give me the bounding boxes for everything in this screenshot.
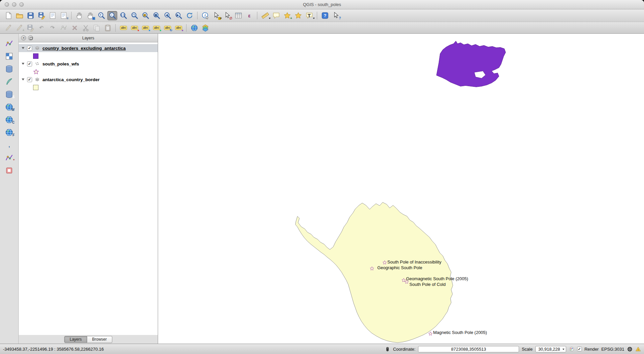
save-project-button[interactable]	[25, 11, 35, 20]
label-tool-button[interactable]	[118, 23, 128, 32]
pan-to-selection-button[interactable]: ▣	[85, 11, 95, 20]
layer-row[interactable]: ✓country_borders_excluding_antarctica	[19, 44, 158, 52]
minimize-window-button[interactable]	[12, 2, 16, 7]
add-spatialite-layer-button[interactable]	[4, 76, 15, 86]
refresh-map-button[interactable]	[184, 11, 195, 20]
save-project-icon	[27, 12, 34, 19]
add-wfs-layer-button[interactable]: F	[4, 127, 15, 137]
add-raster-layer-button[interactable]	[4, 51, 15, 61]
refresh-map-icon	[186, 12, 194, 19]
text-annotation-button[interactable]: T	[304, 11, 314, 20]
scale-input[interactable]	[535, 346, 566, 352]
disclosure-triangle-icon[interactable]	[22, 63, 24, 65]
new-project-button[interactable]	[3, 11, 13, 20]
add-wcs-layer-button[interactable]: C	[4, 115, 15, 125]
label-show-hide-button[interactable]: ●	[140, 23, 150, 32]
zoom-last-icon	[164, 12, 171, 19]
zoom-full-icon	[131, 12, 138, 19]
identify-features-button[interactable]	[200, 11, 210, 20]
scale-label: Scale	[522, 347, 533, 352]
new-shapefile-layer-button[interactable]: *	[4, 153, 15, 163]
layer-visibility-checkbox[interactable]: ✓	[27, 46, 32, 51]
close-window-button[interactable]	[5, 2, 9, 7]
label-properties-icon	[175, 24, 182, 32]
zoom-to-layer-button[interactable]: ▤	[151, 11, 161, 20]
add-vector-layer-button[interactable]	[4, 38, 15, 48]
crs-status-icon[interactable]	[627, 346, 633, 352]
disclosure-triangle-icon[interactable]	[22, 78, 24, 80]
new-bookmark-button[interactable]: +	[282, 11, 292, 20]
zoom-native-button[interactable]: 1:1	[118, 11, 128, 20]
panel-tab-browser[interactable]: Browser	[87, 336, 112, 343]
toolbar-separator	[186, 24, 186, 32]
new-print-composer-icon	[49, 12, 56, 19]
layer-visibility-checkbox[interactable]: ✓	[27, 77, 32, 82]
new-print-composer-button[interactable]	[47, 11, 57, 20]
extent-readout: -3493458.37,-2251496.19 : 3585676.58,226…	[3, 347, 104, 352]
show-bookmarks-button[interactable]	[293, 11, 303, 20]
zoom-out-button[interactable]: −	[107, 11, 117, 20]
layer-type-icon	[35, 61, 40, 66]
layer-row[interactable]: ✓south_poles_wfs	[19, 60, 158, 68]
map-canvas[interactable]: South Pole of InaccessibilityGeographic …	[158, 34, 644, 344]
add-oracle-layer-icon	[5, 166, 13, 175]
label-pin-button[interactable]: ●	[129, 23, 139, 32]
add-wms-layer-button[interactable]: W	[4, 102, 15, 112]
add-mssql-layer-button[interactable]: S	[4, 89, 15, 99]
save-layer-edits-icon	[27, 24, 34, 32]
pan-map-button[interactable]	[74, 11, 84, 20]
zoom-full-button[interactable]: ▢	[129, 11, 139, 20]
add-wms-layer-icon	[5, 103, 13, 111]
panel-close-icon[interactable]: ×	[21, 35, 26, 40]
add-feature-icon	[16, 24, 23, 32]
map-tips-button[interactable]	[271, 11, 281, 20]
open-attribute-table-button[interactable]	[233, 11, 243, 20]
label-rotate-button[interactable]: ↻	[162, 23, 172, 32]
composer-manager-button[interactable]: ≡	[58, 11, 69, 20]
add-postgis-layer-button[interactable]	[4, 64, 15, 74]
deselect-features-icon	[224, 12, 231, 19]
layer-symbology-row	[19, 52, 158, 60]
osm-globe-button[interactable]	[189, 23, 199, 32]
stop-rendering-icon[interactable]	[569, 346, 574, 352]
zoom-to-selection-icon	[142, 12, 149, 19]
panel-float-icon[interactable]	[28, 35, 33, 40]
layer-visibility-checkbox[interactable]: ✓	[27, 61, 32, 66]
deselect-features-button[interactable]: ∅	[222, 11, 232, 20]
osm-globe-icon	[190, 24, 198, 32]
label-move-button[interactable]: ●	[151, 23, 161, 32]
zoom-window-button[interactable]	[19, 2, 24, 7]
openlayers-plugin-button[interactable]	[200, 23, 210, 32]
zoom-next-button[interactable]: ▶	[173, 11, 183, 20]
select-features-button[interactable]: ▦	[211, 11, 221, 20]
messages-warning-icon[interactable]	[635, 346, 641, 352]
disclosure-triangle-icon[interactable]	[22, 47, 24, 49]
render-checkbox[interactable]: ✓	[577, 347, 582, 351]
whats-this-icon	[332, 12, 340, 19]
help-contents-button[interactable]	[320, 11, 330, 20]
zoom-to-selection-button[interactable]: ▦	[140, 11, 150, 20]
measure-line-button[interactable]	[260, 11, 270, 20]
scale-dropdown-icon[interactable]	[562, 349, 564, 350]
fill-swatch	[33, 53, 38, 59]
zoom-in-button[interactable]: +	[96, 11, 106, 20]
pan-to-selection-icon	[87, 12, 94, 19]
new-shapefile-layer-icon	[5, 154, 13, 162]
zoom-to-layer-icon	[153, 12, 160, 19]
field-calculator-button[interactable]: ε	[244, 11, 254, 20]
mouse-position-icon[interactable]	[385, 346, 390, 352]
save-project-as-button[interactable]	[36, 11, 46, 20]
add-delimited-text-layer-icon	[5, 141, 13, 149]
zoom-last-button[interactable]: ◀	[162, 11, 172, 20]
label-properties-button[interactable]: ●	[173, 23, 183, 32]
add-delimited-text-layer-button[interactable]: ,	[4, 140, 15, 150]
coordinate-input[interactable]	[418, 346, 519, 352]
whats-this-button[interactable]: ?	[331, 11, 341, 20]
layer-row[interactable]: ✓antarctica_country_border	[19, 75, 158, 83]
zoom-native-icon	[120, 12, 127, 19]
add-oracle-layer-button[interactable]	[4, 165, 15, 175]
help-contents-icon	[321, 12, 329, 19]
save-project-as-icon	[38, 12, 45, 19]
open-project-button[interactable]	[14, 11, 24, 20]
panel-tab-layers[interactable]: Layers	[64, 336, 87, 343]
